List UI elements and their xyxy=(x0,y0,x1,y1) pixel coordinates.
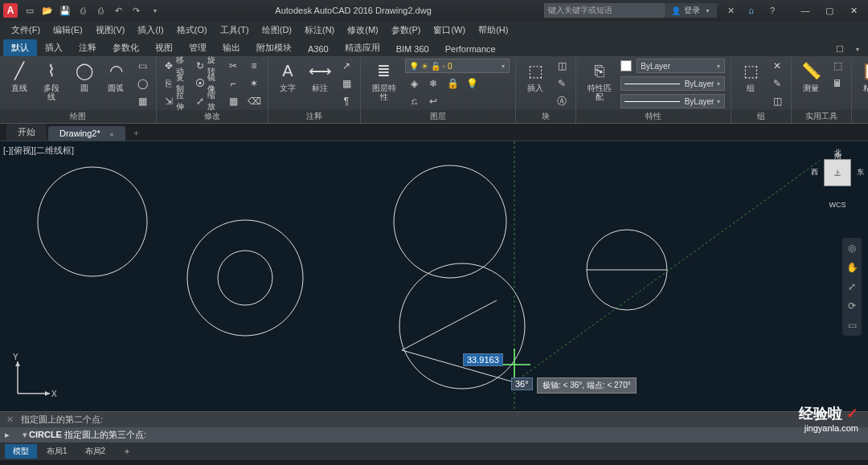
steering-wheel-icon[interactable]: ◎ xyxy=(845,241,859,255)
tab-close-icon[interactable]: ✕ xyxy=(109,132,114,137)
drawing-viewport[interactable]: [-][俯视][二维线框] 33.9163 36° 极轴: < 36°, 端点:… xyxy=(0,141,868,411)
polyline-button[interactable]: ⌇多段线 xyxy=(37,58,67,103)
help-icon[interactable]: ? xyxy=(765,3,780,18)
move-button[interactable]: ✥移动 xyxy=(162,58,190,74)
ribbon-tab-featured[interactable]: 精选应用 xyxy=(337,39,388,56)
erase-button[interactable]: ⌫ xyxy=(245,93,263,109)
new-icon[interactable]: ▭ xyxy=(23,3,37,18)
menu-insert[interactable]: 插入(I) xyxy=(131,22,170,38)
group-sel-button[interactable]: ◫ xyxy=(768,93,786,109)
group-button[interactable]: ⬚组 xyxy=(736,58,765,94)
save-icon[interactable]: 💾 xyxy=(58,3,72,18)
layer-prev-button[interactable]: ↩ xyxy=(424,93,442,109)
app-icon[interactable]: A xyxy=(3,3,18,18)
ribbon-tab-bim360[interactable]: BIM 360 xyxy=(388,42,437,56)
leader-button[interactable]: ↗ xyxy=(338,58,355,74)
view-cube[interactable]: 北 西 上 东 南 WCS xyxy=(815,149,860,206)
rect-button[interactable]: ▭ xyxy=(133,58,151,74)
arc-button[interactable]: ◠圆弧 xyxy=(102,58,131,94)
menu-dimension[interactable]: 标注(N) xyxy=(298,22,341,38)
ribbon-tab-manage[interactable]: 管理 xyxy=(181,39,215,56)
layout-add-button[interactable]: ＋ xyxy=(115,444,139,459)
attr-block-button[interactable]: Ⓐ xyxy=(553,93,571,109)
layer-iso-button[interactable]: ◈ xyxy=(405,75,423,92)
color-swatch[interactable] xyxy=(620,60,632,71)
ribbon-tab-performance[interactable]: Performance xyxy=(437,42,504,56)
circle-button[interactable]: ◯圆 xyxy=(70,58,99,94)
ribbon-collapse-icon[interactable]: ▼ xyxy=(850,42,865,56)
text-button[interactable]: A文字 xyxy=(273,58,302,94)
tab-start[interactable]: 开始 xyxy=(6,124,47,141)
array-button[interactable]: ▦ xyxy=(224,93,242,109)
ribbon-tab-output[interactable]: 输出 xyxy=(215,39,248,56)
autodesk-icon[interactable]: ⩍ xyxy=(744,3,759,18)
showmotion-icon[interactable]: ▭ xyxy=(845,318,859,332)
sign-in-button[interactable]: 👤 登录 ▼ xyxy=(665,3,717,18)
trim-button[interactable]: ✂ xyxy=(224,58,242,74)
ribbon-tab-default[interactable]: 默认 xyxy=(3,39,37,56)
exchange-icon[interactable]: ✕ xyxy=(723,3,738,18)
color-combo[interactable]: ByLayer▼ xyxy=(637,59,725,73)
hatch-button[interactable]: ▦ xyxy=(133,93,151,109)
menu-window[interactable]: 窗口(W) xyxy=(427,22,472,38)
insert-block-button[interactable]: ⬚插入 xyxy=(521,58,550,94)
dimension-button[interactable]: ⟷标注 xyxy=(305,58,334,94)
ribbon-tab-insert[interactable]: 插入 xyxy=(37,39,71,56)
pan-icon[interactable]: ✋ xyxy=(845,260,859,275)
layer-props-button[interactable]: ≣图层特性 xyxy=(366,58,402,103)
ribbon-tab-annotate[interactable]: 注释 xyxy=(71,39,104,56)
menu-format[interactable]: 格式(O) xyxy=(170,22,214,38)
layer-match-button[interactable]: ⎌ xyxy=(405,93,423,109)
menu-tools[interactable]: 工具(T) xyxy=(214,22,256,38)
redo-icon[interactable]: ↷ xyxy=(129,3,143,18)
menu-file[interactable]: 文件(F) xyxy=(5,22,47,38)
line-button[interactable]: ╱直线 xyxy=(5,58,34,94)
ribbon-tab-view[interactable]: 视图 xyxy=(147,39,181,56)
table-button[interactable]: ▦ xyxy=(338,75,355,92)
orbit-icon[interactable]: ⟳ xyxy=(845,299,859,313)
fillet-button[interactable]: ⌐ xyxy=(224,75,242,92)
stretch-button[interactable]: ⇲拉伸 xyxy=(162,93,190,109)
menu-modify[interactable]: 修改(M) xyxy=(341,22,385,38)
menu-parametric[interactable]: 参数(P) xyxy=(385,22,428,38)
undo-icon[interactable]: ↶ xyxy=(111,3,125,18)
saveas-icon[interactable]: ⎙ xyxy=(76,3,90,18)
group-edit-button[interactable]: ✎ xyxy=(768,75,786,92)
measure-button[interactable]: 📏测量 xyxy=(796,58,825,94)
minimize-button[interactable]: — xyxy=(794,3,817,18)
lineweight-combo[interactable]: ByLayer▼ xyxy=(620,76,725,91)
wcs-label[interactable]: WCS xyxy=(829,201,846,209)
new-tab-button[interactable]: ＋ xyxy=(127,125,145,141)
maximize-button[interactable]: ▢ xyxy=(818,3,841,18)
offset-button[interactable]: ≡ xyxy=(245,58,263,74)
ungroup-button[interactable]: ✕ xyxy=(768,58,786,74)
layout-tab-model[interactable]: 模型 xyxy=(5,444,37,459)
plot-icon[interactable]: ⎙ xyxy=(93,3,108,18)
copy-button[interactable]: ⎘复制 xyxy=(162,75,190,92)
layer-combo[interactable]: 💡 ☀ 🔓 ▫ 0▼ xyxy=(405,59,510,73)
linetype-combo[interactable]: ByLayer▼ xyxy=(620,94,725,108)
ribbon-help-icon[interactable]: ☐ xyxy=(833,42,847,56)
viewcube-top-face[interactable]: 上 xyxy=(824,159,851,186)
menu-draw[interactable]: 绘图(D) xyxy=(256,22,298,38)
layer-off-button[interactable]: 💡 xyxy=(463,75,481,92)
layer-lock-button[interactable]: 🔒 xyxy=(444,75,461,92)
select-all-button[interactable]: ⬚ xyxy=(829,58,846,74)
tab-drawing2[interactable]: Drawing2* ✕ xyxy=(48,126,125,141)
scale-button[interactable]: ⤢缩放 xyxy=(193,93,221,109)
rotate-button[interactable]: ↻旋转 xyxy=(193,58,221,74)
explode-button[interactable]: ✶ xyxy=(245,75,263,92)
dynamic-input-distance[interactable]: 33.9163 xyxy=(463,353,503,366)
ribbon-tab-parametric[interactable]: 参数化 xyxy=(104,39,147,56)
ucs-icon[interactable]: X Y xyxy=(11,352,59,400)
layout-tab-2[interactable]: 布局2 xyxy=(77,444,114,459)
dynamic-input-angle[interactable]: 36° xyxy=(511,377,533,390)
menu-view[interactable]: 视图(V) xyxy=(89,22,132,38)
create-block-button[interactable]: ◫ xyxy=(553,58,571,74)
ellipse-button[interactable]: ◯ xyxy=(133,75,151,92)
paste-button[interactable]: 📋粘贴 xyxy=(857,58,868,94)
ribbon-tab-addins[interactable]: 附加模块 xyxy=(248,39,300,56)
match-props-button[interactable]: ⎘特性匹配 xyxy=(581,58,617,103)
qat-dropdown-icon[interactable]: ▼ xyxy=(148,3,162,18)
layer-freeze-button[interactable]: ❄ xyxy=(424,75,442,92)
